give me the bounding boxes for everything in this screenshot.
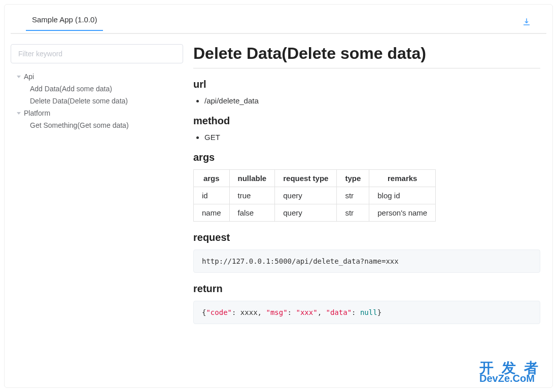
col-request-type: request type	[275, 170, 337, 187]
return-codeblock: {"code": xxxx, "msg": "xxx", "data": nul…	[193, 301, 540, 324]
table-header-row: args nullable request type type remarks	[194, 170, 436, 187]
cell: name	[194, 204, 230, 222]
page-container: Sample App (1.0.0) Api Add Data(Add some…	[4, 4, 553, 388]
tab-bar: Sample App (1.0.0)	[11, 11, 546, 34]
cell: person's name	[369, 204, 436, 222]
tree-group-api[interactable]: Api	[11, 70, 183, 83]
tree-item-get-something[interactable]: Get Something(Get some data)	[11, 119, 183, 131]
section-heading-method: method	[193, 115, 540, 127]
cell: true	[229, 187, 275, 204]
section-heading-url: url	[193, 79, 540, 90]
cell: false	[229, 204, 275, 222]
sidebar: Api Add Data(Add some data) Delete Data(…	[11, 44, 183, 387]
args-table: args nullable request type type remarks …	[193, 169, 436, 222]
request-codeblock: http://127.0.0.1:5000/api/delete_data?na…	[193, 250, 540, 273]
content-wrap: Api Add Data(Add some data) Delete Data(…	[5, 34, 552, 387]
cell: blog id	[369, 187, 436, 204]
section-heading-args: args	[193, 152, 540, 163]
cell: str	[337, 204, 369, 222]
tree-group-label: Api	[24, 73, 34, 81]
caret-down-icon	[17, 112, 21, 115]
url-value: /api/delete_data	[204, 96, 540, 105]
table-row: id true query str blog id	[194, 187, 436, 204]
cell: query	[275, 187, 337, 204]
nav-tree: Api Add Data(Add some data) Delete Data(…	[11, 70, 183, 131]
tree-item-add-data[interactable]: Add Data(Add some data)	[11, 83, 183, 95]
section-heading-return: return	[193, 283, 540, 295]
url-list: /api/delete_data	[193, 96, 540, 105]
method-list: GET	[193, 133, 540, 141]
tab-sample-app[interactable]: Sample App (1.0.0)	[26, 15, 103, 31]
cell: str	[337, 187, 369, 204]
tree-item-delete-data[interactable]: Delete Data(Delete some data)	[11, 95, 183, 107]
download-icon[interactable]	[522, 17, 531, 26]
section-heading-request: request	[193, 232, 540, 243]
method-value: GET	[204, 133, 540, 141]
col-remarks: remarks	[369, 170, 436, 187]
col-type: type	[337, 170, 369, 187]
col-nullable: nullable	[229, 170, 275, 187]
filter-input[interactable]	[11, 44, 183, 63]
tree-group-platform[interactable]: Platform	[11, 107, 183, 119]
col-args: args	[194, 170, 230, 187]
page-title: Delete Data(Delete some data)	[193, 44, 540, 68]
tree-group-label: Platform	[24, 109, 50, 117]
caret-down-icon	[17, 76, 21, 78]
main-content: Delete Data(Delete some data) url /api/d…	[193, 44, 546, 387]
cell: id	[194, 187, 230, 204]
table-row: name false query str person's name	[194, 204, 436, 222]
cell: query	[275, 204, 337, 222]
